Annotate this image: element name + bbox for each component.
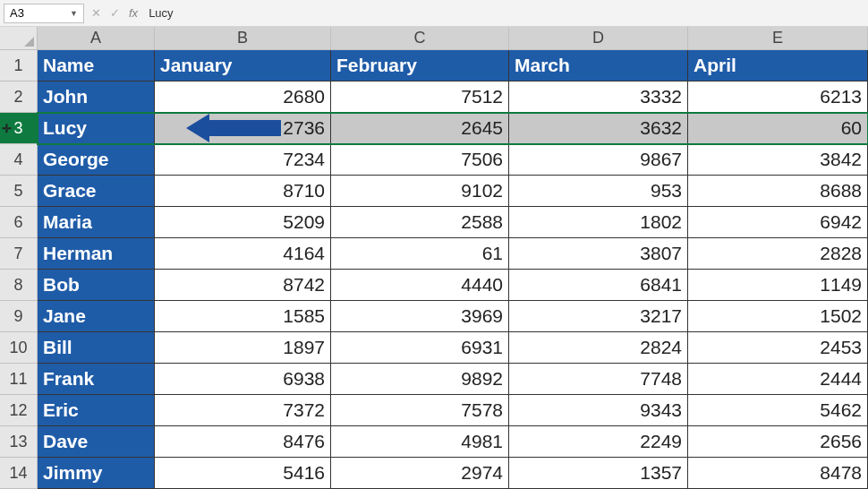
- col-header-d[interactable]: D: [509, 27, 688, 50]
- cell[interactable]: 1502: [688, 301, 868, 332]
- cell[interactable]: 5416: [155, 458, 331, 489]
- cell[interactable]: 7372: [155, 395, 331, 426]
- cell[interactable]: 3332: [509, 82, 688, 113]
- cell[interactable]: 8478: [688, 458, 868, 489]
- cell[interactable]: February: [331, 50, 509, 82]
- cell[interactable]: 2824: [509, 332, 688, 364]
- row-header-8[interactable]: 8: [0, 270, 38, 301]
- cell[interactable]: 6938: [155, 364, 331, 395]
- cell[interactable]: 6213: [688, 82, 868, 113]
- cell[interactable]: 8710: [155, 176, 331, 207]
- cell[interactable]: January: [155, 50, 331, 82]
- cell[interactable]: 953: [509, 176, 688, 207]
- cell[interactable]: 2453: [688, 332, 868, 364]
- table-row: Frank6938989277482444: [38, 364, 868, 395]
- confirm-icon[interactable]: ✓: [110, 6, 120, 20]
- row-header-4[interactable]: 4: [0, 144, 38, 176]
- cell-name[interactable]: Grace: [38, 176, 155, 207]
- cell[interactable]: 3842: [688, 144, 868, 176]
- col-header-c[interactable]: C: [331, 27, 509, 50]
- cell[interactable]: 60: [688, 113, 868, 144]
- cell-name[interactable]: George: [38, 144, 155, 176]
- select-all-corner[interactable]: [0, 27, 38, 50]
- cell-name[interactable]: Jimmy: [38, 458, 155, 489]
- cell[interactable]: 4440: [331, 270, 509, 301]
- cell[interactable]: 61: [331, 238, 509, 270]
- table-row: Maria5209258818026942: [38, 207, 868, 238]
- fx-icon[interactable]: fx: [129, 6, 138, 20]
- cancel-icon[interactable]: ✕: [91, 6, 101, 20]
- cell[interactable]: 1897: [155, 332, 331, 364]
- cell-name[interactable]: Bob: [38, 270, 155, 301]
- cell[interactable]: 4164: [155, 238, 331, 270]
- cell[interactable]: 1149: [688, 270, 868, 301]
- cell[interactable]: 8742: [155, 270, 331, 301]
- cell-name[interactable]: Eric: [38, 395, 155, 426]
- row-header-7[interactable]: 7: [0, 238, 38, 270]
- cell[interactable]: 2656: [688, 426, 868, 458]
- cell[interactable]: 9343: [509, 395, 688, 426]
- cell-name[interactable]: Dave: [38, 426, 155, 458]
- row-header-14[interactable]: 14: [0, 458, 38, 489]
- cell[interactable]: 2444: [688, 364, 868, 395]
- cell-name[interactable]: Lucy: [38, 113, 155, 144]
- cell[interactable]: 6942: [688, 207, 868, 238]
- cell[interactable]: 1357: [509, 458, 688, 489]
- cell[interactable]: 4981: [331, 426, 509, 458]
- cell[interactable]: 1585: [155, 301, 331, 332]
- cell[interactable]: 7512: [331, 82, 509, 113]
- row-header-1[interactable]: 1: [0, 50, 38, 82]
- cell[interactable]: April: [688, 50, 868, 82]
- cell[interactable]: 2974: [331, 458, 509, 489]
- cell[interactable]: 9867: [509, 144, 688, 176]
- row-header-6[interactable]: 6: [0, 207, 38, 238]
- row-header-9[interactable]: 9: [0, 301, 38, 332]
- cell-name[interactable]: John: [38, 82, 155, 113]
- annotation-arrow: [186, 114, 280, 142]
- row-header-2[interactable]: 2: [0, 82, 38, 113]
- cell[interactable]: 2645: [331, 113, 509, 144]
- col-header-b[interactable]: B: [155, 27, 331, 50]
- cell[interactable]: 8688: [688, 176, 868, 207]
- cell[interactable]: 7578: [331, 395, 509, 426]
- cell[interactable]: 9892: [331, 364, 509, 395]
- row-header-10[interactable]: 10: [0, 332, 38, 364]
- cell[interactable]: 7506: [331, 144, 509, 176]
- cell[interactable]: 2680: [155, 82, 331, 113]
- formula-input[interactable]: [149, 4, 864, 23]
- cell[interactable]: 3632: [509, 113, 688, 144]
- cell[interactable]: 6931: [331, 332, 509, 364]
- cell[interactable]: 3969: [331, 301, 509, 332]
- cell[interactable]: 2249: [509, 426, 688, 458]
- cell[interactable]: 2828: [688, 238, 868, 270]
- cell[interactable]: 7234: [155, 144, 331, 176]
- cell-name[interactable]: Maria: [38, 207, 155, 238]
- cell-name[interactable]: Herman: [38, 238, 155, 270]
- cell-name[interactable]: Name: [38, 50, 155, 82]
- col-header-a[interactable]: A: [38, 27, 155, 50]
- cell[interactable]: 8476: [155, 426, 331, 458]
- cell[interactable]: 5209: [155, 207, 331, 238]
- cell[interactable]: 3217: [509, 301, 688, 332]
- cell[interactable]: 6841: [509, 270, 688, 301]
- cell[interactable]: 1802: [509, 207, 688, 238]
- row-header-3[interactable]: ✛3: [0, 113, 38, 144]
- name-box-value: A3: [10, 6, 24, 20]
- cell[interactable]: 7748: [509, 364, 688, 395]
- cell-name[interactable]: Jane: [38, 301, 155, 332]
- row-header-13[interactable]: 13: [0, 426, 38, 458]
- name-box[interactable]: A3 ▼: [4, 4, 84, 23]
- row-header-11[interactable]: 11: [0, 364, 38, 395]
- col-header-e[interactable]: E: [688, 27, 868, 50]
- cell[interactable]: 9102: [331, 176, 509, 207]
- cell-name[interactable]: Bill: [38, 332, 155, 364]
- cell-name[interactable]: Frank: [38, 364, 155, 395]
- cell[interactable]: 5462: [688, 395, 868, 426]
- insert-row-plus-icon: ✛: [2, 122, 12, 135]
- cell[interactable]: 2588: [331, 207, 509, 238]
- row-header-5[interactable]: 5: [0, 176, 38, 207]
- cell[interactable]: March: [509, 50, 688, 82]
- cell[interactable]: 3807: [509, 238, 688, 270]
- name-box-dropdown-icon[interactable]: ▼: [70, 9, 78, 18]
- row-header-12[interactable]: 12: [0, 395, 38, 426]
